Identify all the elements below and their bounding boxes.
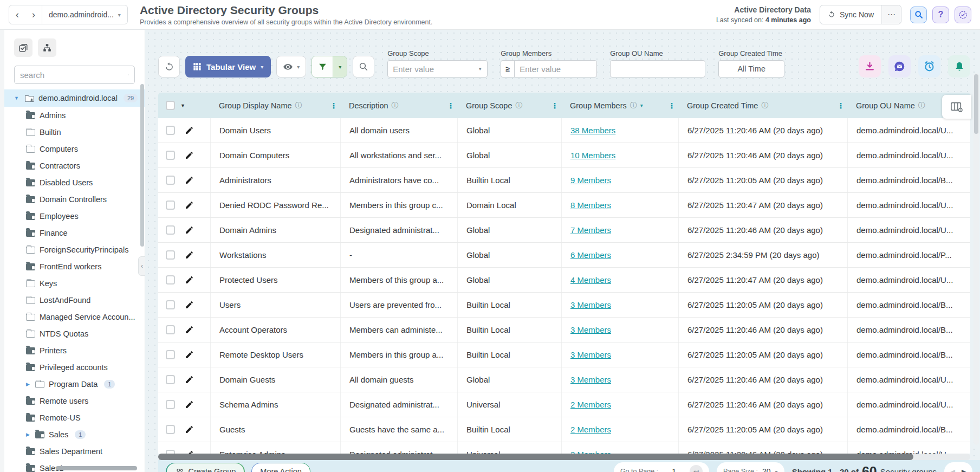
members-link[interactable]: 8 Members — [570, 201, 611, 210]
goto-page-input[interactable] — [663, 467, 685, 472]
edit-pencil-icon[interactable] — [185, 176, 194, 185]
row-checkbox[interactable] — [166, 201, 175, 210]
table-search-button[interactable] — [353, 56, 374, 77]
page-size-pill[interactable]: Page Size : 20 ▾ — [717, 462, 784, 472]
row-checkbox[interactable] — [166, 300, 175, 309]
filter-ou-input[interactable] — [610, 60, 705, 77]
edit-pencil-icon[interactable] — [185, 450, 194, 454]
tree-collapsed-icon[interactable]: ▶ — [26, 382, 32, 387]
column-menu-icon[interactable]: ⋮ — [551, 101, 559, 110]
tree-expanded-icon[interactable]: ▼ — [14, 95, 21, 101]
row-checkbox[interactable] — [166, 275, 175, 285]
members-link[interactable]: 3 Members — [570, 300, 611, 309]
info-icon[interactable]: ⓘ — [295, 101, 302, 111]
tree-item[interactable]: Disabled Users — [4, 174, 145, 191]
tree-item[interactable]: LostAndFound — [4, 292, 145, 308]
task-history-button[interactable] — [955, 7, 971, 23]
edit-pencil-icon[interactable] — [185, 300, 194, 309]
previous-page-button[interactable]: ◀ — [950, 468, 955, 472]
export-button[interactable] — [859, 55, 881, 77]
edit-pencil-icon[interactable] — [185, 225, 194, 235]
select-all-checkbox[interactable] — [166, 101, 175, 110]
sort-desc-icon[interactable]: ▾ — [640, 102, 643, 108]
more-action-button[interactable]: More Action — [252, 463, 310, 472]
domain-selector[interactable]: demo.admindroid... ▾ — [42, 10, 127, 19]
row-checkbox[interactable] — [166, 425, 175, 434]
header-description[interactable]: Description ⓘ ⋮ — [340, 93, 457, 118]
members-link[interactable]: 10 Members — [570, 151, 615, 160]
page-vertical-scrollbar[interactable] — [973, 73, 979, 445]
sidebar-search-input[interactable] — [20, 70, 128, 80]
next-page-button[interactable]: ▶ — [962, 468, 967, 472]
row-checkbox[interactable] — [166, 250, 175, 260]
members-link[interactable]: 4 Members — [570, 275, 611, 285]
edit-pencil-icon[interactable] — [185, 400, 194, 409]
tree-root-domain[interactable]: ▼ demo.admindroid.local 29 — [4, 89, 145, 107]
tree-item[interactable]: NTDS Quotas — [4, 325, 145, 342]
filter-scope-select[interactable]: Enter value ▼ — [387, 60, 488, 77]
edit-pencil-icon[interactable] — [185, 201, 194, 210]
info-icon[interactable]: ⓘ — [918, 101, 925, 111]
sidebar-collapse-handle[interactable]: ‹ — [138, 256, 145, 276]
sync-more-options-button[interactable]: ⋯ — [881, 5, 901, 24]
members-link[interactable]: 7 Members — [570, 225, 611, 235]
tree-item[interactable]: Contractors — [4, 157, 145, 174]
email-report-button[interactable] — [888, 55, 911, 77]
sync-now-button[interactable]: Sync Now — [820, 5, 881, 24]
column-menu-icon[interactable]: ⋮ — [447, 101, 455, 110]
tree-item[interactable]: FrontEnd workers — [4, 258, 145, 275]
tree-item[interactable]: Keys — [4, 275, 145, 292]
row-checkbox[interactable] — [166, 450, 175, 454]
edit-pencil-icon[interactable] — [185, 425, 194, 434]
row-checkbox[interactable] — [166, 176, 175, 185]
help-button[interactable]: ? — [932, 7, 949, 23]
column-menu-icon[interactable]: ⋮ — [668, 101, 676, 110]
hierarchy-view-button[interactable] — [38, 38, 56, 57]
edit-pencil-icon[interactable] — [185, 350, 194, 359]
scrollbar-thumb[interactable] — [158, 454, 913, 460]
alerts-button[interactable] — [948, 55, 970, 77]
filter-members-input[interactable] — [514, 60, 597, 77]
edit-pencil-icon[interactable] — [185, 126, 194, 135]
edit-pencil-icon[interactable] — [185, 250, 194, 260]
multi-select-button[interactable] — [14, 38, 33, 57]
sidebar-horizontal-scrollbar[interactable] — [56, 466, 137, 470]
tree-item[interactable]: Remote-US — [4, 409, 145, 426]
tree-item[interactable]: ▶ Program Data 1 — [4, 376, 145, 392]
members-link[interactable]: 3 Members — [570, 375, 611, 384]
members-link[interactable]: 3 Members — [570, 350, 611, 359]
row-checkbox[interactable] — [166, 225, 175, 235]
greater-equal-operator[interactable]: ≥ — [501, 60, 515, 77]
column-menu-icon[interactable]: ⋮ — [837, 101, 845, 110]
filter-created-select[interactable]: All Time — [718, 60, 784, 77]
filter-button[interactable]: ▾ — [311, 56, 347, 77]
column-visibility-button[interactable]: ▾ — [276, 56, 306, 77]
row-checkbox[interactable] — [166, 375, 175, 384]
create-group-button[interactable]: Create Group — [167, 463, 244, 472]
tree-item[interactable]: Managed Service Accoun... — [4, 308, 145, 325]
tree-item[interactable]: Sales Department — [4, 443, 145, 460]
reset-button[interactable] — [158, 56, 180, 77]
members-link[interactable]: 6 Members — [570, 250, 611, 260]
row-checkbox[interactable] — [166, 325, 175, 334]
back-button[interactable]: ‹ — [9, 5, 25, 24]
tree-item[interactable]: Printers — [4, 342, 145, 359]
filter-options-segment[interactable]: ▾ — [333, 56, 347, 77]
goto-page-submit-button[interactable]: ↩ — [690, 465, 703, 472]
schedule-button[interactable] — [918, 55, 940, 77]
tree-item[interactable]: Privileged accounts — [4, 359, 145, 376]
table-horizontal-scrollbar[interactable] — [158, 454, 970, 460]
select-menu-caret-icon[interactable]: ▼ — [180, 103, 185, 108]
row-checkbox[interactable] — [166, 126, 175, 135]
info-icon[interactable]: ⓘ — [630, 101, 637, 111]
tree-item[interactable]: Domain Controllers — [4, 191, 145, 208]
tree-item[interactable]: ▶ Sales 1 — [4, 426, 145, 443]
tree-item[interactable]: ForeignSecurityPrincipals — [4, 241, 145, 258]
members-link[interactable]: 9 Members — [570, 176, 611, 185]
global-search-button[interactable] — [910, 7, 927, 23]
column-menu-icon[interactable]: ⋮ — [330, 101, 338, 110]
tree-item[interactable]: Admins — [4, 107, 145, 124]
tree-item[interactable]: Employees — [4, 208, 145, 224]
header-group-created-time[interactable]: Group Created Time ⓘ ⋮ — [678, 93, 847, 118]
row-checkbox[interactable] — [166, 151, 175, 160]
